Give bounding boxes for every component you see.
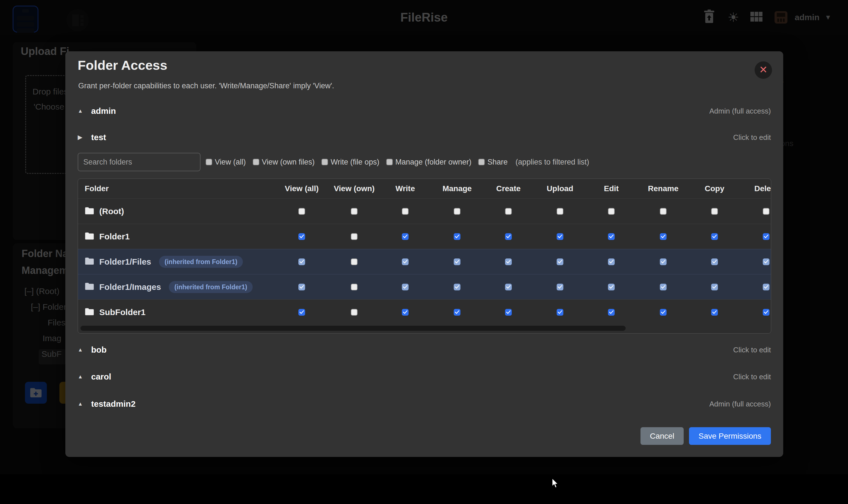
perm-checkbox[interactable] <box>711 309 718 316</box>
filter-view-own-files-[interactable]: View (own files) <box>253 158 315 166</box>
perm-checkbox[interactable] <box>351 208 357 215</box>
column-header-manage: Manage <box>442 184 472 193</box>
user-status[interactable]: Click to edit <box>733 346 771 354</box>
folder-access-modal: ✕ Folder Access Grant per-folder capabil… <box>65 51 783 457</box>
perm-checkbox[interactable] <box>763 258 770 265</box>
user-row-carol[interactable]: ▲carolClick to edit <box>65 369 783 384</box>
caret-up-icon: ▲ <box>78 347 83 353</box>
user-name: bob <box>91 345 107 355</box>
filter-view-all-[interactable]: View (all) <box>206 158 246 166</box>
perm-checkbox[interactable] <box>608 258 615 265</box>
perm-checkbox[interactable] <box>660 208 667 215</box>
perm-checkbox[interactable] <box>660 309 667 316</box>
perm-checkbox[interactable] <box>556 208 563 215</box>
filter-manage-folder-owner-[interactable]: Manage (folder owner) <box>386 158 472 166</box>
perm-checkbox[interactable] <box>402 208 409 215</box>
column-header-rename: Rename <box>648 184 678 193</box>
perm-checkbox[interactable] <box>454 258 460 265</box>
search-input[interactable] <box>78 153 200 171</box>
perm-checkbox[interactable] <box>454 233 460 240</box>
perm-checkbox[interactable] <box>402 309 409 316</box>
perm-checkbox[interactable] <box>298 309 305 316</box>
perm-checkbox[interactable] <box>763 233 770 240</box>
filter-checkbox[interactable] <box>478 159 485 165</box>
perm-checkbox[interactable] <box>402 258 409 265</box>
perm-checkbox[interactable] <box>402 284 409 290</box>
column-header-create: Create <box>496 184 520 193</box>
perm-checkbox[interactable] <box>763 309 770 316</box>
column-header-view-own-: View (own) <box>334 184 375 193</box>
folder-cell: (Root) <box>85 206 124 216</box>
perm-checkbox[interactable] <box>351 309 357 316</box>
column-header-write: Write <box>395 184 415 193</box>
user-name: admin <box>91 106 116 116</box>
user-row-testadmin2[interactable]: ▲testadmin2Admin (full access) <box>65 396 783 412</box>
perm-checkbox[interactable] <box>298 233 305 240</box>
perm-checkbox[interactable] <box>763 284 770 290</box>
perm-checkbox[interactable] <box>298 284 305 290</box>
filter-label: Manage (folder owner) <box>395 158 472 166</box>
perm-checkbox[interactable] <box>505 284 512 290</box>
perm-checkbox[interactable] <box>505 258 512 265</box>
perm-checkbox[interactable] <box>402 233 409 240</box>
perm-checkbox[interactable] <box>556 233 563 240</box>
filter-checkbox[interactable] <box>253 159 259 165</box>
column-header-upload: Upload <box>547 184 573 193</box>
folder-name: (Root) <box>99 206 124 216</box>
horizontal-scrollbar[interactable] <box>81 326 625 331</box>
close-icon[interactable]: ✕ <box>755 61 772 79</box>
perm-checkbox[interactable] <box>298 258 305 265</box>
user-status[interactable]: Click to edit <box>733 133 771 142</box>
caret-up-icon: ▲ <box>78 374 83 380</box>
perm-checkbox[interactable] <box>351 233 357 240</box>
perm-checkbox[interactable] <box>763 208 770 215</box>
perm-checkbox[interactable] <box>660 284 667 290</box>
perm-checkbox[interactable] <box>711 258 718 265</box>
inherited-badge: (inherited from Folder1) <box>159 256 243 268</box>
perm-checkbox[interactable] <box>556 309 563 316</box>
save-permissions-button[interactable]: Save Permissions <box>689 427 771 445</box>
filter-share[interactable]: Share <box>478 158 508 166</box>
user-status[interactable]: Admin (full access) <box>709 107 771 115</box>
table-row: SubFolder1 <box>78 299 771 325</box>
user-row-test[interactable]: ▶testClick to edit <box>65 130 783 145</box>
perm-checkbox[interactable] <box>505 233 512 240</box>
perm-checkbox[interactable] <box>660 233 667 240</box>
filter-checkbox[interactable] <box>206 159 212 165</box>
user-status[interactable]: Click to edit <box>733 373 771 381</box>
filter-checkbox[interactable] <box>386 159 393 165</box>
table-row: Folder1/Files(inherited from Folder1) <box>78 249 771 274</box>
perm-checkbox[interactable] <box>505 309 512 316</box>
filter-checkbox[interactable] <box>321 159 328 165</box>
user-name: testadmin2 <box>91 399 136 409</box>
user-status[interactable]: Admin (full access) <box>709 400 771 409</box>
folder-cell: Folder1/Images(inherited from Folder1) <box>85 281 253 293</box>
perm-checkbox[interactable] <box>556 258 563 265</box>
perm-checkbox[interactable] <box>454 284 460 290</box>
perm-checkbox[interactable] <box>660 258 667 265</box>
perm-checkbox[interactable] <box>608 233 615 240</box>
perm-checkbox[interactable] <box>351 258 357 265</box>
perm-checkbox[interactable] <box>608 309 615 316</box>
perm-checkbox[interactable] <box>711 284 718 290</box>
user-row-bob[interactable]: ▲bobClick to edit <box>65 342 783 357</box>
perm-checkbox[interactable] <box>454 208 460 215</box>
folder-cell: SubFolder1 <box>85 307 145 317</box>
user-row-admin[interactable]: ▲adminAdmin (full access) <box>65 104 783 119</box>
folder-icon <box>85 232 94 241</box>
perm-checkbox[interactable] <box>298 208 305 215</box>
perm-checkbox[interactable] <box>556 284 563 290</box>
perm-checkbox[interactable] <box>711 208 718 215</box>
folder-icon <box>85 308 94 317</box>
folder-name: Folder1 <box>99 232 129 241</box>
perm-checkbox[interactable] <box>505 208 512 215</box>
perm-checkbox[interactable] <box>711 233 718 240</box>
permissions-table: FolderView (all)View (own)WriteManageCre… <box>78 179 771 334</box>
perm-checkbox[interactable] <box>351 284 357 290</box>
perm-checkbox[interactable] <box>608 284 615 290</box>
perm-checkbox[interactable] <box>454 309 460 316</box>
cancel-button[interactable]: Cancel <box>640 427 684 445</box>
perm-checkbox[interactable] <box>608 208 615 215</box>
filter-write-file-ops-[interactable]: Write (file ops) <box>321 158 379 166</box>
table-row: Folder1 <box>78 224 771 249</box>
